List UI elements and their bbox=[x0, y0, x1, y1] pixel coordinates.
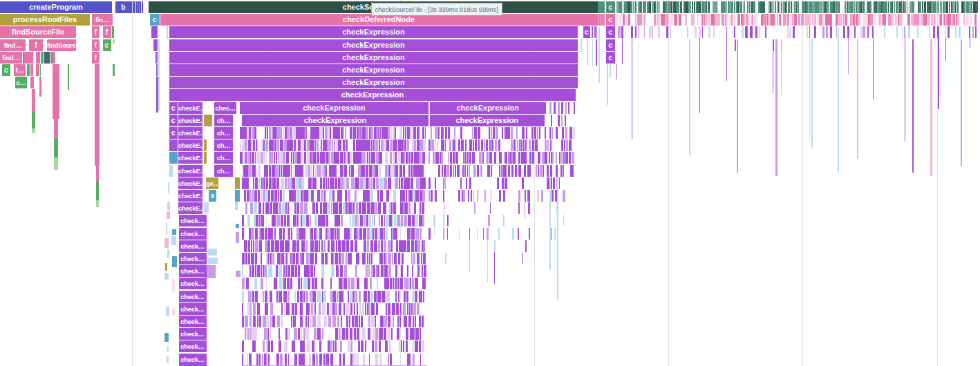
frame-stripe[interactable] bbox=[525, 139, 527, 151]
frame-drip[interactable] bbox=[930, 39, 932, 176]
frame-c[interactable]: c bbox=[169, 127, 178, 139]
frame-stripe[interactable] bbox=[312, 278, 314, 289]
frame-stripe[interactable] bbox=[292, 253, 295, 264]
frame-stripe[interactable] bbox=[366, 165, 368, 177]
frame-stripe[interactable] bbox=[257, 265, 260, 277]
frame-stripe[interactable] bbox=[540, 165, 542, 177]
frame-stripe[interactable] bbox=[390, 354, 392, 365]
frame-stripe[interactable] bbox=[404, 291, 406, 302]
frame-stripe[interactable] bbox=[541, 190, 543, 202]
frame-stripe[interactable] bbox=[327, 303, 329, 315]
frame-stripe[interactable] bbox=[527, 165, 529, 177]
frame-ch[interactable]: ch… bbox=[214, 115, 233, 126]
frame-stripe[interactable] bbox=[256, 152, 259, 164]
frame[interactable] bbox=[599, 14, 599, 26]
frame-drip[interactable] bbox=[469, 240, 470, 272]
frame-stripe[interactable] bbox=[917, 26, 919, 38]
frame-stripe[interactable] bbox=[352, 354, 355, 365]
frame-stripe[interactable] bbox=[242, 340, 244, 352]
frame-stripe[interactable] bbox=[413, 316, 414, 327]
frame-stripe[interactable] bbox=[244, 190, 246, 202]
frame-stripe[interactable] bbox=[625, 26, 626, 38]
frame-stripe[interactable] bbox=[431, 127, 432, 139]
frame-stripe[interactable] bbox=[417, 303, 420, 315]
frame[interactable] bbox=[53, 64, 55, 76]
frame-stripe[interactable] bbox=[287, 127, 290, 139]
frame-stripe[interactable] bbox=[538, 190, 538, 202]
frame-stripe[interactable] bbox=[480, 165, 482, 177]
frame-stripe[interactable] bbox=[840, 14, 842, 26]
frame-stripe[interactable] bbox=[378, 240, 380, 252]
frame-f[interactable]: f bbox=[103, 26, 111, 38]
frame-stripe[interactable] bbox=[744, 1, 746, 13]
frame-stripe[interactable] bbox=[331, 265, 334, 277]
frame-stripe[interactable] bbox=[279, 291, 282, 302]
frame-drip[interactable] bbox=[809, 38, 810, 139]
frame-stripe[interactable] bbox=[388, 354, 389, 365]
frame-stripe[interactable] bbox=[263, 340, 265, 352]
frame-stripe[interactable] bbox=[518, 152, 520, 164]
frame[interactable] bbox=[592, 26, 593, 38]
frame-stripe[interactable] bbox=[552, 127, 554, 139]
frame-stripe[interactable] bbox=[755, 26, 757, 38]
frame-stripe[interactable] bbox=[328, 340, 329, 352]
frame-stripe[interactable] bbox=[659, 1, 661, 13]
frame-stripe[interactable] bbox=[314, 228, 317, 240]
frame-stripe[interactable] bbox=[297, 291, 300, 302]
frame-stripe[interactable] bbox=[504, 165, 507, 177]
frame-stripe[interactable] bbox=[441, 127, 444, 139]
frame-stripe[interactable] bbox=[569, 139, 572, 151]
frame-stripe[interactable] bbox=[907, 14, 910, 26]
frame-stripe[interactable] bbox=[323, 139, 326, 151]
frame-stripe[interactable] bbox=[628, 1, 630, 13]
frame-stripe[interactable] bbox=[817, 14, 819, 26]
frame-stripe[interactable] bbox=[733, 26, 733, 38]
frame-drip[interactable] bbox=[905, 38, 905, 141]
frame-stripe[interactable] bbox=[400, 202, 404, 214]
frame-stripe[interactable] bbox=[438, 165, 441, 177]
frame-stripe[interactable] bbox=[271, 340, 272, 352]
frame-stripe[interactable] bbox=[410, 127, 413, 139]
frame-stripe[interactable] bbox=[242, 303, 243, 315]
frame-stripe[interactable] bbox=[208, 249, 217, 256]
frame-stripe[interactable] bbox=[532, 152, 534, 164]
frame-stripe[interactable] bbox=[496, 127, 498, 139]
frame-stripe[interactable] bbox=[454, 127, 456, 139]
frame-stripe[interactable] bbox=[273, 215, 276, 227]
frame-b[interactable]: b bbox=[115, 1, 132, 13]
frame-stripe[interactable] bbox=[435, 127, 437, 139]
frame-stripe[interactable] bbox=[408, 202, 411, 214]
frame[interactable] bbox=[156, 52, 158, 64]
frame-stripe[interactable] bbox=[352, 316, 355, 327]
frame-stripe[interactable] bbox=[281, 177, 284, 189]
frame-stripe[interactable] bbox=[384, 265, 388, 277]
frame-stripe[interactable] bbox=[281, 316, 282, 327]
frame-stripe[interactable] bbox=[867, 26, 869, 38]
frame[interactable] bbox=[30, 77, 34, 88]
frame-stripe[interactable] bbox=[396, 228, 397, 240]
frame-stripe[interactable] bbox=[253, 139, 255, 151]
frame-stripe[interactable] bbox=[288, 354, 290, 365]
frame-stripe[interactable] bbox=[329, 190, 332, 202]
frame-stripe[interactable] bbox=[287, 278, 290, 289]
frame-stripe[interactable] bbox=[390, 278, 392, 289]
frame-stripe[interactable] bbox=[518, 228, 520, 240]
frame-stripe[interactable] bbox=[332, 190, 334, 202]
frame-check[interactable]: check… bbox=[179, 340, 207, 352]
frame-stripe[interactable] bbox=[364, 240, 366, 252]
frame-checkExpression[interactable]: checkExpression bbox=[169, 89, 576, 101]
frame-stripe[interactable] bbox=[268, 190, 270, 202]
frame-stripe[interactable] bbox=[341, 253, 344, 264]
frame-stripe[interactable] bbox=[305, 240, 308, 252]
frame-stripe[interactable] bbox=[321, 253, 323, 264]
frame-stripe[interactable] bbox=[361, 303, 364, 315]
frame-stripe[interactable] bbox=[268, 265, 270, 277]
frame-stripe[interactable] bbox=[522, 177, 524, 189]
frame-drip[interactable] bbox=[39, 77, 42, 97]
frame-stripe[interactable] bbox=[924, 1, 926, 13]
frame-stripe[interactable] bbox=[355, 265, 357, 277]
frame-stripe[interactable] bbox=[294, 139, 296, 151]
frame-stripe[interactable] bbox=[460, 177, 462, 189]
frame-stripe[interactable] bbox=[367, 202, 370, 214]
frame-stripe[interactable] bbox=[370, 240, 373, 252]
